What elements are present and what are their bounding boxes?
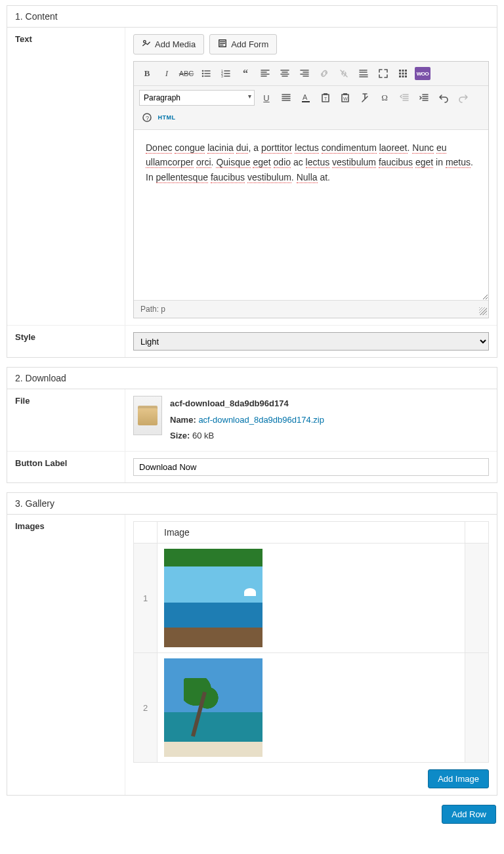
row-actions[interactable] [465,653,489,763]
svg-rect-16 [405,75,407,77]
add-image-button[interactable]: Add Image [428,769,489,788]
outdent-icon[interactable] [396,90,412,106]
strikethrough-icon[interactable]: ABC [178,66,194,81]
redo-icon[interactable] [455,90,471,106]
align-center-icon[interactable] [277,66,293,81]
field-file-label: File [7,389,125,451]
field-style-label: Style [7,326,125,357]
field-file: File acf-download_8da9db96d174 Name: acf… [7,389,497,452]
resize-handle-icon[interactable] [479,307,487,315]
help-icon[interactable]: ? [139,110,155,125]
gallery-col-actions [465,522,489,544]
gallery-col-num [134,522,158,544]
italic-icon[interactable]: I [159,66,175,81]
svg-text:?: ? [146,115,149,121]
add-media-label: Add Media [155,39,196,49]
form-icon [218,39,227,50]
svg-text:T: T [324,96,327,101]
bold-icon[interactable]: B [139,66,155,81]
table-row: 2 [134,653,489,763]
file-size-value: 60 kB [192,431,214,440]
gallery-col-image: Image [158,522,465,544]
html-icon[interactable]: HTML [159,110,175,125]
file-name-label: Name: [170,415,196,425]
field-text-control: Add Media Add Form B I ABC 123 “ [125,28,497,325]
gallery-image-thumb[interactable] [164,549,262,647]
add-form-label: Add Form [231,39,268,49]
blockquote-icon[interactable]: “ [238,66,253,81]
svg-rect-11 [399,73,401,75]
gallery-image-thumb[interactable] [164,658,262,757]
field-style: Style Light [7,326,497,357]
svg-rect-20 [324,93,327,95]
file-thumbnail[interactable] [133,396,162,435]
file-name-link[interactable]: acf-download_8da9db96d174.zip [198,415,324,425]
svg-text:3: 3 [221,74,223,78]
button-label-input[interactable] [133,458,489,476]
clear-formatting-icon[interactable] [357,90,373,106]
add-media-button[interactable]: Add Media [133,34,204,54]
text-color-icon[interactable]: A [298,90,314,106]
row-number[interactable]: 1 [134,544,158,653]
undo-icon[interactable] [436,90,452,106]
file-size-label: Size: [170,431,190,440]
style-select[interactable]: Light [133,332,489,351]
field-text: Text Add Media Add Form [7,28,497,326]
underline-icon[interactable]: U [259,90,274,106]
svg-text:W: W [343,96,348,101]
svg-rect-10 [405,70,407,72]
section-gallery: 3. Gallery Images Image 12 Add Image [7,492,497,796]
package-icon [138,406,158,425]
gallery-table: Image 12 [133,521,489,763]
file-title: acf-download_8da9db96d174 [170,398,289,408]
svg-point-4 [202,75,204,77]
field-button-label-label: Button Label [7,452,125,482]
toolbar-row-1: B I ABC 123 “ WOO [134,62,488,86]
section-gallery-title: 3. Gallery [7,493,497,515]
align-left-icon[interactable] [257,66,273,81]
svg-point-3 [202,73,204,75]
numbered-list-icon[interactable]: 123 [218,66,234,81]
row-number[interactable]: 2 [134,653,158,763]
unlink-icon[interactable] [336,66,352,81]
paste-word-icon[interactable]: W [337,90,353,106]
align-justify-icon[interactable] [278,90,294,106]
add-row-button[interactable]: Add Row [442,805,496,824]
field-images: Images Image 12 Add Image [7,515,497,795]
svg-rect-13 [405,73,407,75]
row-actions[interactable] [465,544,489,653]
wysiwyg-editor: B I ABC 123 “ WOO [133,61,489,318]
table-row: 1 [134,544,489,653]
link-icon[interactable] [316,66,332,81]
insert-more-icon[interactable] [356,66,371,81]
svg-rect-14 [399,75,401,77]
field-button-label: Button Label [7,452,497,482]
field-text-label: Text [7,28,125,325]
paragraph-select[interactable] [139,90,255,106]
section-content: 1. Content Text Add Media Add Form [7,5,497,358]
indent-icon[interactable] [416,90,432,106]
svg-rect-23 [343,93,347,95]
file-meta: acf-download_8da9db96d174 Name: acf-down… [170,396,324,444]
editor-path: Path: p [134,301,488,318]
special-char-icon[interactable]: Ω [377,90,392,106]
svg-text:A: A [303,93,308,101]
section-download: 2. Download File acf-download_8da9db96d1… [7,367,497,483]
svg-point-2 [202,70,204,72]
section-download-title: 2. Download [7,368,497,389]
fullscreen-icon[interactable] [375,66,391,81]
toolbar-row-2: U A T W Ω ? HTML [134,86,488,130]
media-icon [142,39,151,50]
add-form-button[interactable]: Add Form [209,34,277,54]
svg-rect-8 [399,70,401,72]
svg-rect-9 [402,70,404,72]
svg-rect-12 [402,73,404,75]
align-right-icon[interactable] [297,66,312,81]
bullet-list-icon[interactable] [198,66,214,81]
toolbar-toggle-icon[interactable] [395,66,411,81]
woo-icon[interactable]: WOO [415,67,430,80]
editor-textarea[interactable]: Donec congue lacinia dui, a porttitor le… [134,130,488,301]
paste-text-icon[interactable]: T [318,90,333,106]
svg-point-0 [144,41,146,43]
paragraph-select-wrap[interactable] [139,90,255,106]
